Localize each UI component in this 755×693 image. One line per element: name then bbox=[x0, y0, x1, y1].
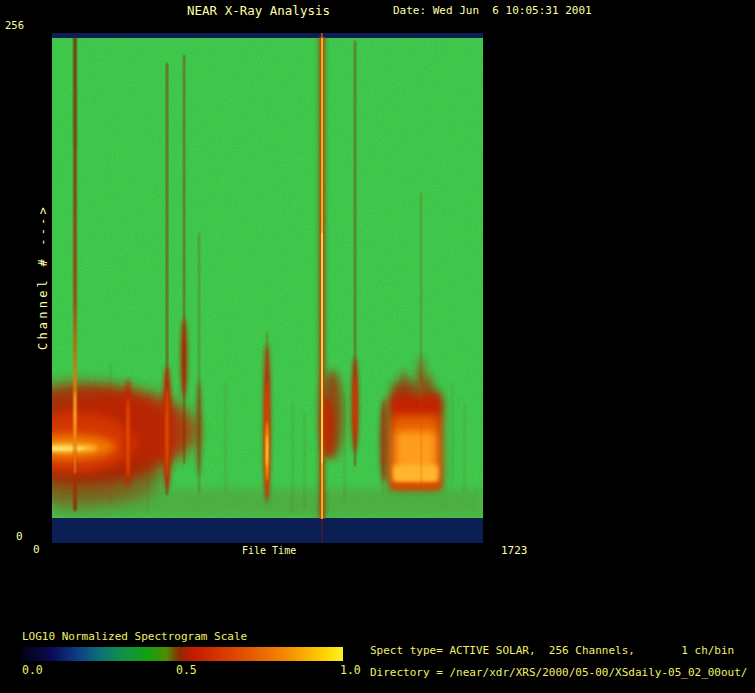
near-xray-analysis-window: NEAR X-Ray Analysis Date: Wed Jun 6 10:0… bbox=[0, 0, 755, 693]
date-label: Date: Wed Jun 6 10:05:31 2001 bbox=[393, 5, 592, 17]
spectrogram-image bbox=[52, 33, 483, 543]
x-axis-label: File Time bbox=[242, 545, 296, 556]
spect-type-text: Spect type= ACTIVE SOLAR, 256 Channels, … bbox=[370, 645, 734, 657]
directory-text: Directory = /near/xdr/XRS/2000/05-00/XSd… bbox=[370, 667, 748, 679]
colorbar-tick-max: 1.0 bbox=[340, 664, 361, 677]
colorbar-gradient bbox=[22, 647, 343, 661]
colorbar-title: LOG10 Normalized Spectrogram Scale bbox=[22, 631, 247, 643]
spectrogram-plot bbox=[52, 33, 483, 543]
y-axis-min-tick: 0 bbox=[16, 531, 23, 543]
x-axis-max-tick: 1723 bbox=[501, 545, 528, 557]
y-axis-max-tick: 256 bbox=[5, 20, 24, 32]
colorbar-tick-mid: 0.5 bbox=[176, 664, 197, 677]
y-axis-label: Channel # ---> bbox=[37, 204, 50, 350]
page-title: NEAR X-Ray Analysis bbox=[187, 4, 330, 18]
x-axis-min-tick: 0 bbox=[33, 544, 40, 556]
colorbar-tick-min: 0.0 bbox=[22, 664, 43, 677]
